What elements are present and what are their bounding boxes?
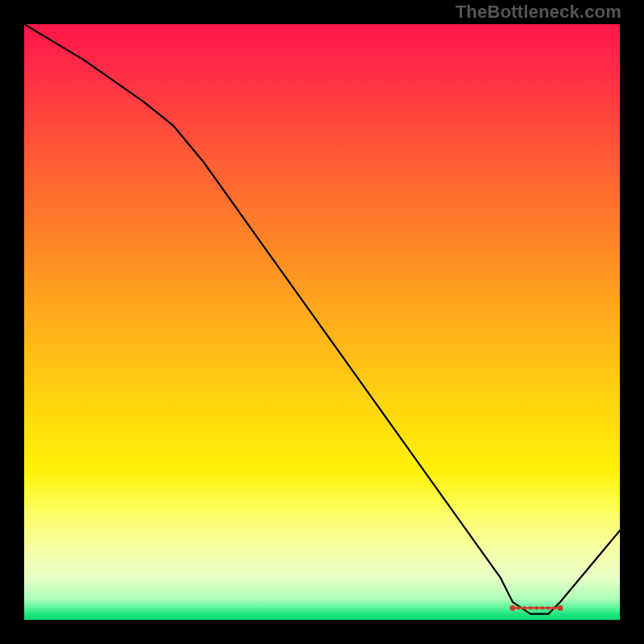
watermark-text: TheBottleneck.com — [456, 2, 621, 23]
plot-area — [24, 24, 620, 620]
min-band-dot — [517, 606, 520, 609]
min-band-dot — [547, 606, 550, 609]
min-band-dot — [529, 606, 532, 609]
min-band-dot — [522, 606, 526, 609]
min-band-dot — [558, 605, 564, 611]
chart-overlay-svg — [24, 24, 620, 620]
min-band-dot — [510, 605, 515, 611]
curve-line — [24, 24, 620, 614]
min-band-dot — [552, 606, 555, 609]
min-band-dot — [535, 606, 538, 609]
chart-root: TheBottleneck.com — [0, 0, 644, 644]
min-band-dot — [541, 606, 544, 609]
